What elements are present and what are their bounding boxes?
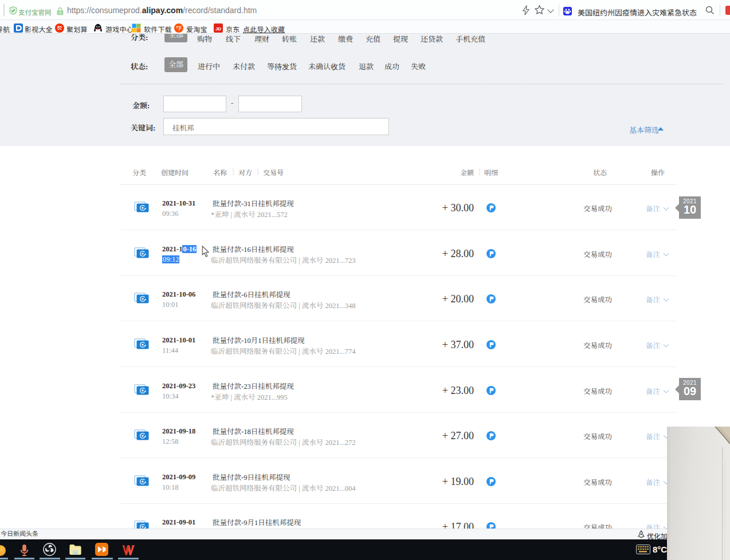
svg-text:JD: JD <box>215 26 221 31</box>
